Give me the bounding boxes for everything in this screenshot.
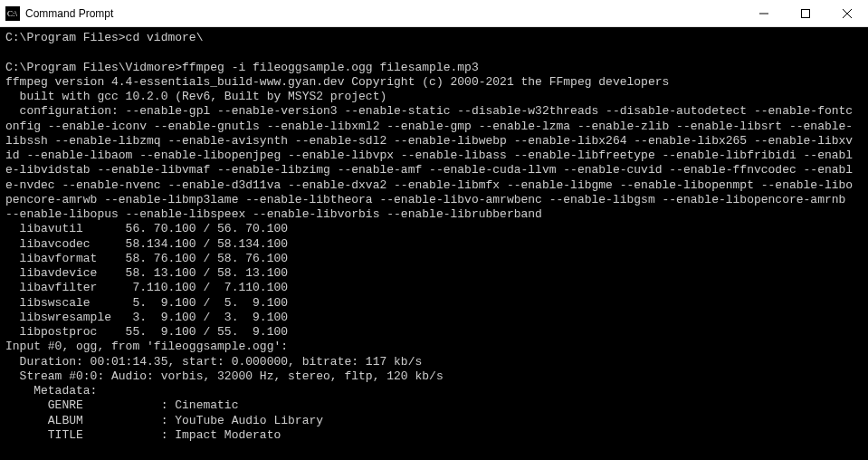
svg-text:C:\: C:\ [7, 9, 18, 18]
terminal-line: libavdevice 58. 13.100 / 58. 13.100 [5, 266, 863, 281]
terminal-line: C:\Program Files\Vidmore>ffmpeg -i fileo… [5, 61, 863, 75]
terminal-line: libavutil 56. 70.100 / 56. 70.100 [5, 222, 863, 236]
terminal-line: libavfilter 7.110.100 / 7.110.100 [5, 281, 863, 295]
terminal-line: Metadata: [5, 384, 863, 398]
terminal-line: Stream #0:0: Audio: vorbis, 32000 Hz, st… [5, 369, 863, 384]
terminal-line: pencore-amrwb --enable-libmp3lame --enab… [5, 193, 863, 207]
terminal-line: built with gcc 10.2.0 (Rev6, Built by MS… [5, 90, 863, 104]
minimize-button[interactable] [743, 0, 785, 26]
terminal-line: libavformat 58. 76.100 / 58. 76.100 [5, 252, 863, 266]
terminal-line: GENRE : Cinematic [5, 398, 863, 413]
terminal-line: libssh --enable-libzmq --enable-avisynth… [5, 134, 863, 149]
window-controls [743, 0, 868, 26]
terminal-line: libavcodec 58.134.100 / 58.134.100 [5, 237, 863, 252]
terminal-line: TITLE : Impact Moderato [5, 428, 863, 443]
terminal-line: id --enable-libaom --enable-libopenjpeg … [5, 149, 863, 163]
terminal-line: --enable-libopus --enable-libspeex --ena… [5, 207, 863, 222]
terminal-line: ALBUM : YouTube Audio Library [5, 414, 863, 428]
close-button[interactable] [826, 0, 868, 26]
terminal-line: Input #0, ogg, from 'fileoggsample.ogg': [5, 340, 863, 354]
terminal-line [5, 45, 863, 60]
window-title: Command Prompt [25, 7, 743, 20]
terminal-line: libswscale 5. 9.100 / 5. 9.100 [5, 296, 863, 311]
terminal-line: libpostproc 55. 9.100 / 55. 9.100 [5, 325, 863, 340]
terminal-line: Duration: 00:01:14.35, start: 0.000000, … [5, 355, 863, 369]
terminal-line: libswresample 3. 9.100 / 3. 9.100 [5, 311, 863, 325]
terminal-line: configuration: --enable-gpl --enable-ver… [5, 104, 863, 119]
terminal-line: C:\Program Files>cd vidmore\ [5, 31, 863, 45]
terminal-line: e-nvdec --enable-nvenc --enable-d3d11va … [5, 178, 863, 193]
maximize-button[interactable] [785, 0, 826, 26]
terminal-output[interactable]: C:\Program Files>cd vidmore\ C:\Program … [0, 27, 868, 460]
cmd-icon: C:\ [5, 6, 20, 21]
window-titlebar: C:\ Command Prompt [0, 0, 868, 27]
terminal-line: onfig --enable-iconv --enable-gnutls --e… [5, 120, 863, 134]
svg-rect-3 [802, 9, 810, 17]
terminal-line: ffmpeg version 4.4-essentials_build-www.… [5, 75, 863, 90]
terminal-line: e-libvidstab --enable-libvmaf --enable-l… [5, 163, 863, 177]
